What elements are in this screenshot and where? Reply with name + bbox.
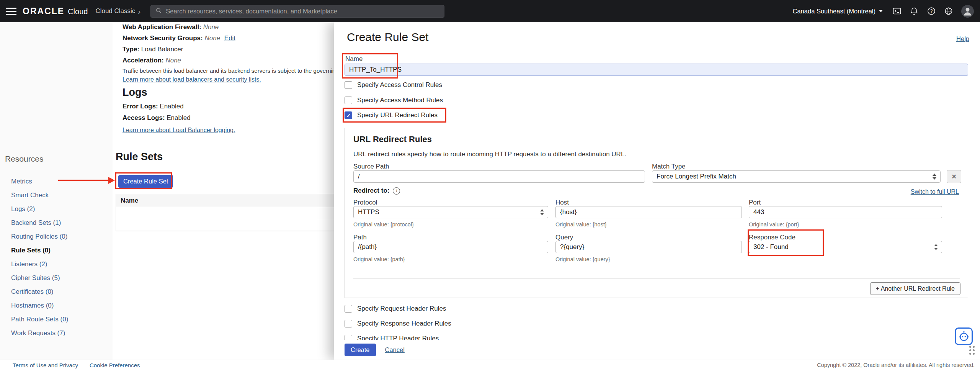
- detail-value: Load Balancer: [141, 46, 183, 53]
- chevron-right-icon: ›: [138, 8, 140, 15]
- sidebar-item-rule-sets[interactable]: Rule Sets (0): [0, 244, 113, 257]
- global-search: [150, 5, 444, 18]
- sidebar-item-path-route-sets[interactable]: Path Route Sets (0): [0, 313, 113, 326]
- switch-to-full-url-link[interactable]: Switch to full URL: [911, 188, 959, 195]
- oracle-cloud-logo[interactable]: ORACLE Cloud: [23, 6, 88, 16]
- detail-value: Enabled: [160, 103, 183, 110]
- another-url-redirect-rule-button[interactable]: + Another URL Redirect Rule: [870, 282, 960, 295]
- checkbox-label: Specify URL Redirect Rules: [357, 111, 438, 119]
- redirect-to-label: Redirect to:: [353, 187, 389, 195]
- resources-sidebar: Metrics Smart Check Logs (2) Backend Set…: [0, 175, 113, 340]
- logging-link[interactable]: Learn more about Load Balancer logging.: [122, 127, 235, 134]
- security-lists-link[interactable]: Learn more about load balancers and secu…: [122, 76, 261, 83]
- match-type-select[interactable]: Force Longest Prefix Match: [652, 170, 941, 183]
- cookie-preferences-link[interactable]: Cookie Preferences: [90, 362, 140, 368]
- detail-label: Network Security Groups:: [122, 34, 203, 42]
- cloud-classic-switcher[interactable]: Cloud Classic ›: [95, 7, 140, 15]
- access-control-rules-checkbox[interactable]: [345, 81, 352, 89]
- protocol-value: HTTPS: [358, 208, 379, 216]
- host-label: Host: [555, 199, 569, 206]
- edit-nsg-link[interactable]: Edit: [224, 34, 235, 42]
- sidebar-item-work-requests[interactable]: Work Requests (7): [0, 326, 113, 340]
- access-method-rules-row: Specify Access Method Rules: [345, 96, 443, 105]
- sidebar-item-hostnames[interactable]: Hostnames (0): [0, 299, 113, 313]
- topbar-right: Canada Southeast (Montreal) ?: [793, 5, 974, 18]
- select-caret-icon: [540, 209, 544, 215]
- source-path-label: Source Path: [353, 163, 389, 170]
- checkbox-label: Specify Access Method Rules: [357, 97, 443, 104]
- select-caret-icon: [934, 244, 938, 250]
- url-redirect-description: URL redirect rules specify how to route …: [353, 151, 626, 158]
- request-header-rules-checkbox[interactable]: [345, 305, 352, 313]
- notifications-bell-icon[interactable]: [910, 7, 919, 16]
- brand-oracle: ORACLE: [23, 6, 64, 16]
- menu-icon[interactable]: [6, 8, 16, 15]
- match-type-label: Match Type: [652, 163, 686, 170]
- cloud-shell-icon[interactable]: [892, 7, 902, 16]
- sidebar-item-routing-policies[interactable]: Routing Policies (0): [0, 230, 113, 244]
- sidebar-item-logs[interactable]: Logs (2): [0, 202, 113, 216]
- select-caret-icon: [933, 174, 936, 180]
- name-label: Name: [345, 55, 363, 63]
- panel-action-bar: Create Cancel: [334, 340, 980, 360]
- brand-cloud: Cloud: [68, 7, 88, 16]
- sidebar-item-metrics[interactable]: Metrics: [0, 175, 113, 188]
- section-divider: [353, 278, 960, 279]
- protocol-original-value: Original value: {protocol}: [353, 221, 414, 228]
- access-control-rules-row: Specify Access Control Rules: [345, 80, 442, 90]
- copyright-text: Copyright © 2022, Oracle and/or its affi…: [817, 362, 980, 368]
- response-code-label: Response Code: [749, 234, 795, 241]
- url-redirect-rules-row: Specify URL Redirect Rules: [345, 111, 438, 120]
- region-selector[interactable]: Canada Southeast (Montreal): [793, 8, 883, 15]
- sidebar-item-listeners[interactable]: Listeners (2): [0, 257, 113, 271]
- detail-label: Acceleration:: [122, 57, 164, 64]
- access-method-rules-checkbox[interactable]: [345, 97, 352, 104]
- create-button[interactable]: Create: [345, 344, 376, 356]
- help-circle-icon[interactable]: ?: [927, 7, 936, 16]
- response-code-select[interactable]: 302 - Found: [749, 241, 942, 253]
- checkbox-label: Specify Request Header Rules: [357, 305, 446, 313]
- help-link[interactable]: Help: [956, 35, 969, 43]
- detail-label: Type:: [122, 46, 139, 53]
- name-input[interactable]: [345, 64, 968, 76]
- sidebar-item-backend-sets[interactable]: Backend Sets (1): [0, 216, 113, 230]
- sidebar-item-certificates[interactable]: Certificates (0): [0, 285, 113, 299]
- widget-drag-handle-icon[interactable]: [969, 346, 975, 355]
- footer-links: Terms of Use and Privacy Cookie Preferen…: [0, 362, 140, 368]
- detail-value: None: [204, 34, 220, 42]
- create-rule-set-button[interactable]: Create Rule Set: [118, 175, 173, 188]
- terms-link[interactable]: Terms of Use and Privacy: [13, 362, 78, 368]
- query-input[interactable]: [555, 241, 742, 253]
- create-rule-set-panel: Create Rule Set Help Name Specify Access…: [334, 22, 980, 360]
- port-label: Port: [749, 199, 761, 206]
- path-input[interactable]: [353, 241, 548, 253]
- host-original-value: Original value: {host}: [555, 221, 607, 228]
- protocol-select[interactable]: HTTPS: [353, 206, 548, 218]
- language-globe-icon[interactable]: [944, 7, 953, 16]
- sidebar-item-smart-check[interactable]: Smart Check: [0, 188, 113, 202]
- path-label: Path: [353, 234, 367, 241]
- redirect-to-row: Redirect to: i: [353, 187, 400, 195]
- url-redirect-heading: URL Redirect Rules: [353, 134, 432, 144]
- topbar: ORACLE Cloud Cloud Classic › Canada Sout…: [0, 0, 980, 22]
- host-input[interactable]: [555, 206, 742, 218]
- info-icon[interactable]: i: [393, 187, 400, 195]
- path-original-value: Original value: {path}: [353, 256, 405, 262]
- port-input[interactable]: [749, 206, 942, 218]
- url-redirect-rules-section: URL Redirect Rules URL redirect rules sp…: [345, 128, 968, 298]
- checkbox-label: Specify Response Header Rules: [357, 320, 451, 327]
- remove-rule-button[interactable]: ✕: [947, 170, 961, 183]
- cancel-link[interactable]: Cancel: [385, 346, 405, 354]
- response-header-rules-checkbox[interactable]: [345, 320, 352, 327]
- chevron-down-icon: [879, 10, 883, 12]
- search-input[interactable]: [166, 8, 439, 15]
- port-original-value: Original value: {port}: [749, 221, 799, 228]
- assistant-robot-icon[interactable]: [955, 327, 973, 345]
- url-redirect-rules-checkbox[interactable]: [345, 111, 352, 119]
- sidebar-item-cipher-suites[interactable]: Cipher Suites (5): [0, 271, 113, 285]
- user-avatar[interactable]: [961, 5, 974, 18]
- match-type-value: Force Longest Prefix Match: [657, 173, 736, 180]
- response-header-rules-row: Specify Response Header Rules: [345, 319, 451, 328]
- detail-label: Access Logs:: [122, 114, 165, 121]
- source-path-input[interactable]: [353, 170, 645, 183]
